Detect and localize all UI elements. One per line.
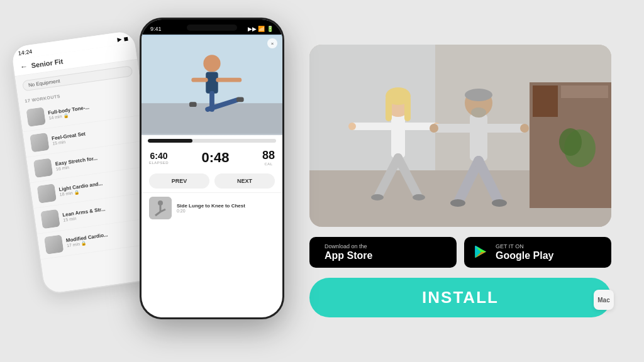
svg-point-42 xyxy=(520,124,529,133)
google-play-text: GET IT ON Google Play xyxy=(496,243,553,262)
svg-point-33 xyxy=(371,194,384,200)
prev-button[interactable]: PREV xyxy=(149,173,209,189)
workout-thumb xyxy=(44,234,64,255)
svg-point-41 xyxy=(430,124,438,133)
close-icon[interactable]: × xyxy=(267,38,277,48)
svg-rect-20 xyxy=(533,85,558,117)
phones-section: 14:24 ▶ ◼ ← Senior Fit No Equipment 17 W… xyxy=(20,18,284,344)
front-workout-image: × xyxy=(142,35,282,135)
progress-track xyxy=(148,139,276,143)
google-play-main-text: Google Play xyxy=(496,250,553,261)
svg-point-2 xyxy=(203,55,220,72)
next-exercise-duration: 0:20 xyxy=(177,209,275,213)
progress-fill xyxy=(148,139,192,143)
front-stats: 6:40 ELAPSED 0:48 88 CAL xyxy=(142,145,282,170)
front-buttons: PREV NEXT xyxy=(142,170,282,192)
svg-point-37 xyxy=(465,89,492,101)
timer-value: 0:48 xyxy=(202,150,230,166)
workout-thumb xyxy=(30,133,50,153)
cal-value: 88 xyxy=(262,149,275,162)
elapsed-label: ELAPSED xyxy=(149,161,169,165)
svg-point-38 xyxy=(471,107,486,118)
back-signal: ▶ ◼ xyxy=(117,35,128,43)
svg-rect-3 xyxy=(206,72,218,94)
right-section: Download on the App Store xyxy=(297,45,624,318)
svg-point-45 xyxy=(450,199,465,207)
google-play-top-text: GET IT ON xyxy=(496,243,553,250)
svg-rect-35 xyxy=(470,114,487,161)
hero-image xyxy=(309,45,611,227)
front-signal: ▶▶ 📶 🔋 xyxy=(248,26,274,32)
google-play-icon xyxy=(473,244,489,260)
workout-thumb xyxy=(36,184,57,204)
store-buttons: Download on the App Store xyxy=(309,237,611,268)
svg-rect-25 xyxy=(386,96,392,121)
next-button[interactable]: NEXT xyxy=(214,173,275,189)
svg-rect-26 xyxy=(404,96,411,121)
svg-rect-21 xyxy=(561,85,608,98)
workout-thumb xyxy=(40,209,60,229)
timer-stat: 0:48 xyxy=(202,150,230,166)
workout-thumb xyxy=(26,107,46,127)
next-exercise-thumb xyxy=(149,197,172,219)
back-arrow-icon[interactable]: ← xyxy=(19,62,28,72)
svg-rect-18 xyxy=(309,45,435,170)
google-play-button[interactable]: GET IT ON Google Play xyxy=(464,237,611,268)
back-time: 14:24 xyxy=(18,48,33,57)
progress-bar-container xyxy=(142,135,282,145)
next-exercise-row: Side Lunge to Knee to Chest 0:20 xyxy=(142,192,282,223)
next-exercise-info: Side Lunge to Knee to Chest 0:20 xyxy=(177,203,275,213)
next-exercise-name: Side Lunge to Knee to Chest xyxy=(177,203,275,209)
main-container: 14:24 ▶ ◼ ← Senior Fit No Equipment 17 W… xyxy=(20,18,624,344)
phone-notch xyxy=(187,25,237,31)
app-store-main-text: App Store xyxy=(325,250,372,261)
svg-point-49 xyxy=(559,128,582,156)
elapsed-value: 6:40 xyxy=(149,151,169,161)
phone-front: 9:41 ▶▶ 📶 🔋 xyxy=(140,18,284,319)
svg-point-29 xyxy=(348,123,356,130)
workout-thumb xyxy=(33,158,53,178)
install-button[interactable]: INSTALL xyxy=(309,278,611,317)
cal-label: CAL xyxy=(262,162,275,166)
svg-rect-22 xyxy=(391,114,405,158)
front-time: 9:41 xyxy=(150,26,162,32)
app-store-button[interactable]: Download on the App Store xyxy=(309,237,457,268)
svg-rect-9 xyxy=(236,97,244,102)
svg-rect-8 xyxy=(189,102,197,107)
app-store-top-text: Download on the xyxy=(325,243,372,250)
svg-point-46 xyxy=(492,199,507,207)
elapsed-stat: 6:40 ELAPSED xyxy=(149,151,169,165)
svg-point-11 xyxy=(158,200,163,206)
back-title: Senior Fit xyxy=(31,57,64,69)
cal-stat: 88 CAL xyxy=(262,149,275,166)
svg-point-34 xyxy=(413,194,425,200)
mac-badge: Mac xyxy=(594,290,614,310)
app-store-text: Download on the App Store xyxy=(325,243,372,262)
